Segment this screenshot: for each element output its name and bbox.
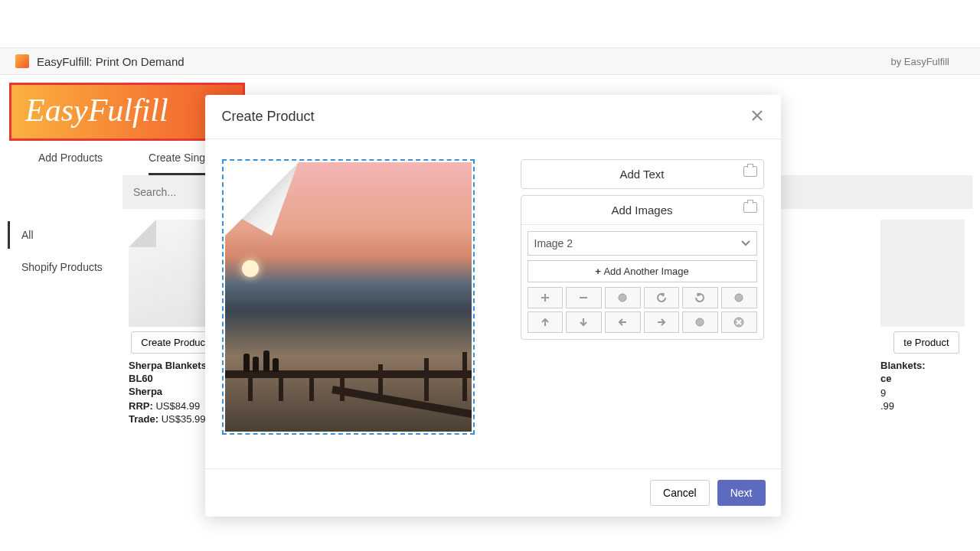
delete-icon[interactable] bbox=[721, 311, 757, 333]
add-another-image-button[interactable]: + Add Another Image bbox=[528, 260, 757, 282]
rotate-left-icon[interactable] bbox=[644, 287, 680, 308]
svg-point-0 bbox=[619, 294, 626, 302]
sidebar-item-shopify[interactable]: Shopify Products bbox=[8, 253, 122, 281]
topbar-title: EasyFulfill: Print On Demand bbox=[37, 55, 890, 68]
camera-icon bbox=[743, 166, 757, 177]
product-card-right: te Product Blankets: ce 9 .99 bbox=[880, 220, 972, 425]
product-name: Blankets: ce bbox=[880, 360, 972, 386]
zoom-out-icon[interactable] bbox=[566, 287, 602, 308]
modal-title: Create Product bbox=[222, 109, 750, 125]
arrow-up-icon[interactable] bbox=[528, 311, 564, 333]
sidebar-item-all[interactable]: All bbox=[8, 221, 122, 249]
modal-body: Add Text Add Images Image 2 bbox=[205, 139, 781, 440]
add-images-panel: Add Images Image 2 + Add Another Image bbox=[521, 195, 764, 340]
rotate-right-icon[interactable] bbox=[682, 287, 718, 308]
product-trade: .99 bbox=[880, 400, 972, 412]
logo-text: EasyFulfill bbox=[25, 94, 229, 126]
modal-header: Create Product bbox=[205, 95, 781, 139]
app-icon bbox=[15, 54, 29, 68]
sidebar: All Shopify Products bbox=[8, 175, 122, 425]
create-product-modal: Create Product bbox=[205, 95, 781, 440]
svg-point-1 bbox=[735, 294, 743, 302]
circle-icon[interactable] bbox=[605, 287, 641, 308]
image-select-value: Image 2 bbox=[528, 237, 735, 249]
zoom-in-icon[interactable] bbox=[528, 287, 564, 308]
product-image bbox=[129, 220, 213, 327]
design-canvas[interactable] bbox=[222, 159, 475, 435]
add-text-label: Add Text bbox=[619, 168, 664, 181]
image-tools bbox=[528, 287, 757, 333]
tab-add-products[interactable]: Add Products bbox=[38, 152, 103, 175]
arrow-left-icon[interactable] bbox=[605, 311, 641, 333]
add-images-label: Add Images bbox=[611, 204, 672, 217]
editor-panel: Add Text Add Images Image 2 bbox=[521, 159, 764, 435]
product-image bbox=[880, 220, 965, 327]
create-product-button[interactable]: te Product bbox=[893, 331, 959, 354]
circle-icon[interactable] bbox=[682, 311, 718, 333]
arrow-right-icon[interactable] bbox=[644, 311, 680, 333]
arrow-down-icon[interactable] bbox=[566, 311, 602, 333]
svg-point-2 bbox=[696, 318, 704, 326]
image-select[interactable]: Image 2 bbox=[528, 231, 757, 256]
product-rrp: 9 bbox=[880, 387, 972, 399]
circle-icon[interactable] bbox=[721, 287, 757, 308]
close-icon[interactable] bbox=[750, 109, 764, 125]
topbar-by: by EasyFulfill bbox=[890, 56, 949, 67]
add-text-panel[interactable]: Add Text bbox=[521, 159, 764, 189]
camera-icon[interactable] bbox=[743, 202, 757, 213]
topbar: EasyFulfill: Print On Demand by EasyFulf… bbox=[0, 47, 980, 75]
chevron-down-icon bbox=[735, 237, 756, 249]
